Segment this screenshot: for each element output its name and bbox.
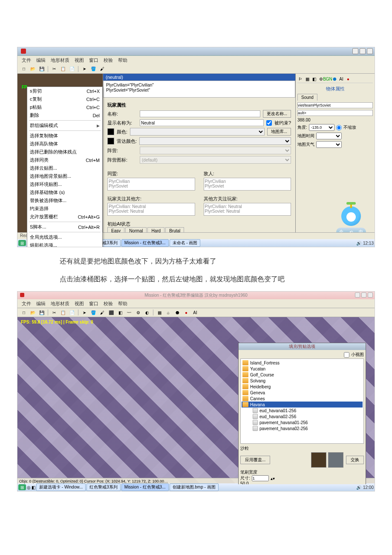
menu-item[interactable]: 全局光线选项... [27,233,102,241]
swap-button[interactable]: 交换 [346,456,364,464]
menu-item[interactable]: 编辑 [36,301,46,306]
brush-icon[interactable]: 🖌 [98,309,106,316]
color-select[interactable] [130,128,265,136]
menu-item[interactable]: 烘影机选项... [27,241,102,247]
pointer-icon[interactable]: ➤ [81,65,88,73]
tool-icon[interactable]: ⌂ [164,309,172,316]
texture-swatch[interactable] [311,452,326,468]
quick-icon[interactable]: ◧ [32,485,35,490]
tool-icon[interactable]: ⚙ [134,309,142,316]
start-button[interactable]: ⊞ [18,240,26,246]
quick-icon[interactable]: ◎ [27,485,31,490]
spinner-icon[interactable]: ▴▾ [271,476,275,481]
copy-icon[interactable]: 📋 [59,309,67,316]
display-input[interactable] [140,119,264,126]
menu-item[interactable]: 帮助 [118,57,127,63]
folder-item[interactable]: Yucatan [242,366,363,372]
rule-input[interactable] [297,110,373,116]
texture-swatch[interactable] [328,452,343,468]
tool-icon[interactable]: ⬣ [173,309,181,316]
name-input[interactable] [140,110,260,117]
menu-item[interactable]: 替换被选择物体... [27,197,102,205]
folder-item-selected[interactable]: Havana [242,402,363,408]
menu-item[interactable]: 选择地图背景贴图... [27,172,102,180]
texture-item[interactable]: pavement_havana02-256 [252,425,363,431]
folder-item[interactable]: Solvang [242,378,363,384]
task-item[interactable]: 未命名 - 画图 [170,239,201,247]
menu-item[interactable]: 视图 [75,301,84,306]
menu-item[interactable]: 选择云贴图... [27,164,102,172]
map-time-select[interactable] [316,133,342,139]
open-icon[interactable]: 📂 [29,65,37,73]
pointer-icon[interactable]: ➤ [81,309,88,316]
menu-item[interactable]: 编辑 [36,57,46,63]
save-icon[interactable]: 💾 [38,65,46,73]
locked-checkbox[interactable] [266,120,272,126]
tool-icon[interactable]: AI [338,76,344,82]
texture-tree[interactable]: Island_Fortress Yucatan Golf_Course Solv… [240,358,364,444]
tool-icon[interactable]: ◧ [311,76,317,82]
map-weather-select[interactable] [316,141,342,148]
menu-item[interactable]: 允许放置栅栏Ctrl+Alt+G [27,213,102,221]
task-item[interactable]: 红色警戒3系列 [86,483,121,491]
menu-delete[interactable]: 删除Del [27,111,102,119]
nozoom-radio[interactable] [336,125,342,130]
menu-item[interactable]: 选择已删除的物体残点 [27,148,102,156]
maximize-button[interactable] [360,48,366,54]
tool-icon[interactable]: ⬛ [107,309,115,316]
tray-icon[interactable]: 🔊 [356,241,361,246]
rename-button[interactable]: 更改名称... [263,110,291,118]
task-item[interactable]: Mission - 红色警戒3... [121,239,169,247]
tool-icon[interactable]: ● [182,309,190,316]
sound-tab[interactable]: Sound [297,94,317,101]
player-attend-list[interactable]: PlyrCivilian: Neutral PlyrSoviet: Neutra… [107,203,195,216]
thumb-checkbox[interactable] [344,352,349,358]
task-item[interactable]: 新建选项卡 - Window... [36,483,86,491]
close-button[interactable] [368,292,373,298]
tool-icon[interactable]: ● [345,76,351,82]
cut-icon[interactable]: ✂ [50,65,58,73]
menu-item[interactable]: 选择同类Ctrl+M [27,156,102,164]
tool-icon[interactable]: ◐ [143,309,151,316]
allies-list[interactable]: PlyrCivilian PlyrSoviet [107,178,195,191]
bucket-icon[interactable]: 🪣 [89,65,97,73]
menu-item[interactable]: 选择复制物体 [27,132,102,140]
tool-icon[interactable]: ◧ [116,309,124,316]
menu-item[interactable]: 约束选择 [27,205,102,213]
menu-item[interactable]: 文件 [22,301,31,306]
apply-button[interactable]: 应用覆盖... [240,456,270,464]
menu-cut[interactable]: s剪切Ctrl+X [27,87,102,95]
paste-icon[interactable]: 📄 [68,65,76,73]
menu-item[interactable]: 视图 [75,57,84,63]
map-db-button[interactable]: 地图库... [267,128,291,136]
folder-item[interactable]: Cannes [242,396,363,402]
copy-icon[interactable]: 📋 [59,65,67,73]
save-icon[interactable]: 💾 [38,309,46,316]
other-attend-list[interactable]: PlyrCivilian: Neutral PlyrSoviet: Neutra… [204,203,291,216]
menu-item[interactable]: 校验 [104,301,113,306]
tool-icon[interactable]: ▦ [304,76,310,82]
menu-item[interactable]: 帮助 [118,301,127,306]
tool-icon[interactable]: 〰 [125,309,133,316]
menu-item[interactable]: 选择基础物体 (s) [27,188,102,197]
minimize-button[interactable] [352,48,358,54]
brush-icon[interactable]: 🖌 [98,65,106,73]
map-canvas[interactable]: FPS: 59.8 [16.72 ms] | Frame skip: 0 填充/… [17,317,375,484]
texture-item[interactable]: eud_havana01-256 [252,408,363,413]
cut-icon[interactable]: ✂ [50,309,58,316]
tool-icon[interactable]: BGN [325,76,331,82]
menu-group-edit[interactable]: 群组编辑模式▶ [27,121,102,130]
task-item[interactable]: Mission - 红色警戒3... [121,483,169,491]
tool-icon[interactable]: 🏳 [297,76,303,82]
texture-item[interactable]: eud_havana02-256 [252,413,363,419]
menu-paste[interactable]: p粘贴Ctrl+C [27,103,102,111]
tool-icon[interactable]: AI [191,309,199,316]
maximize-button[interactable] [361,292,366,298]
folder-item[interactable]: Island_Fortress [242,360,363,366]
menu-item[interactable]: 地形材质 [51,57,69,63]
task-item[interactable]: 创建新地图.bmp - 画图 [170,483,219,491]
paste-icon[interactable]: 📄 [68,309,76,316]
tool-icon[interactable]: ⬣ [331,76,337,82]
radar-select[interactable] [139,137,291,145]
start-button[interactable]: ⊞ [18,484,26,490]
